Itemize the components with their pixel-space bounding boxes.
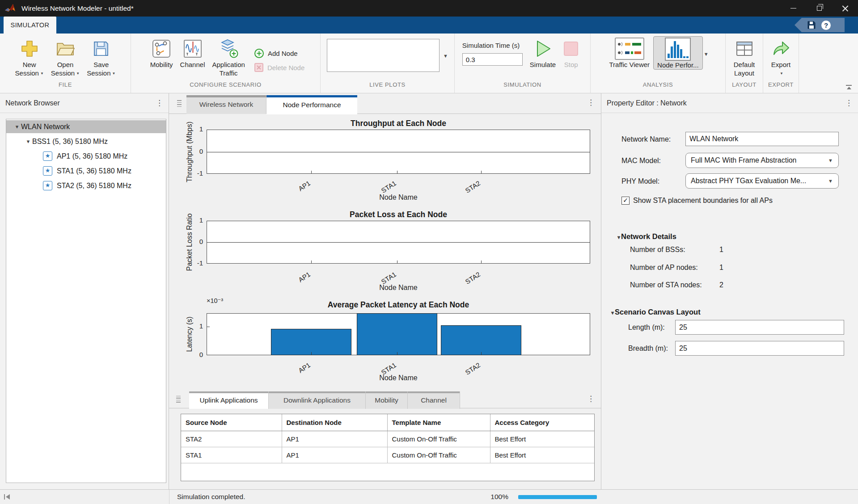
cell-access-category[interactable]: Best Effort bbox=[490, 431, 594, 447]
kebab-menu-icon[interactable]: ⋮ bbox=[587, 99, 595, 106]
application-traffic-button[interactable]: Application Traffic bbox=[208, 36, 248, 77]
kebab-menu-icon[interactable]: ⋮ bbox=[845, 99, 853, 107]
tree-item-sta2[interactable]: ★ STA2 (5, 36) 5180 MHz bbox=[6, 179, 166, 192]
tree-expanded-icon[interactable]: ▾ bbox=[24, 138, 32, 145]
tab-downlink-applications[interactable]: Downlink Applications bbox=[269, 391, 366, 409]
drag-grip-icon[interactable] bbox=[177, 100, 182, 108]
cell-destination-node[interactable]: AP1 bbox=[282, 447, 387, 463]
chart-x-tick bbox=[397, 352, 397, 355]
caret-down-icon[interactable]: ▼ bbox=[704, 51, 709, 57]
live-plots-listbox[interactable] bbox=[327, 39, 440, 72]
table-row[interactable]: STA2 AP1 Custom On-Off Traffic Best Effo… bbox=[181, 431, 594, 447]
tree-item-sta1[interactable]: ★ STA1 (5, 36) 5180 MHz bbox=[6, 164, 166, 177]
cell-source-node[interactable]: STA2 bbox=[181, 431, 282, 447]
close-button[interactable] bbox=[832, 0, 858, 17]
tree-item-wlan-network[interactable]: ▾ WLAN Network bbox=[6, 120, 166, 133]
export-icon bbox=[771, 37, 791, 60]
quick-save-icon[interactable] bbox=[807, 21, 816, 29]
cell-access-category[interactable]: Best Effort bbox=[490, 447, 594, 463]
tab-wireless-network[interactable]: Wireless Network bbox=[186, 95, 266, 114]
tab-node-performance[interactable]: Node Performance bbox=[266, 95, 357, 114]
new-session-button[interactable]: New Session▼ bbox=[12, 36, 47, 78]
node-performance-button[interactable]: Node Perfor... bbox=[653, 36, 703, 70]
kebab-menu-icon[interactable]: ⋮ bbox=[587, 395, 595, 403]
breadth-input[interactable] bbox=[675, 341, 844, 356]
minimize-button[interactable] bbox=[780, 0, 806, 17]
mobility-button[interactable]: Mobility bbox=[147, 36, 177, 69]
scenario-canvas-layout-header[interactable]: ▾Scenario Canvas Layout bbox=[611, 308, 701, 316]
section-collapse-icon[interactable]: ▾ bbox=[617, 234, 620, 240]
phy-model-label: PHY Model: bbox=[621, 177, 659, 185]
column-header-destination-node[interactable]: Destination Node bbox=[282, 414, 387, 431]
tree-expanded-icon[interactable]: ▾ bbox=[13, 123, 21, 130]
delete-node-button[interactable]: Delete Node bbox=[254, 60, 304, 75]
save-session-button[interactable]: Save Session▼ bbox=[83, 36, 119, 78]
num-ap-label: Number of AP nodes: bbox=[630, 264, 698, 272]
column-header-template-name[interactable]: Template Name bbox=[387, 414, 490, 431]
cell-destination-node[interactable]: AP1 bbox=[282, 431, 387, 447]
delete-node-icon bbox=[254, 63, 264, 72]
collapse-ribbon-icon[interactable] bbox=[845, 85, 853, 90]
channel-button[interactable]: Channel bbox=[177, 36, 209, 69]
add-node-icon bbox=[254, 48, 264, 59]
node-star-icon: ★ bbox=[43, 151, 52, 161]
chart-y-tick bbox=[207, 355, 210, 355]
section-collapse-icon[interactable]: ▾ bbox=[611, 310, 614, 316]
column-header-source-node[interactable]: Source Node bbox=[181, 414, 282, 431]
status-message: Simulation completed. bbox=[177, 493, 245, 501]
chart-x-axis-label: Node Name bbox=[207, 374, 590, 382]
tree-item-bss1[interactable]: ▾ BSS1 (5, 36) 5180 MHz bbox=[6, 135, 166, 148]
chart-y-tick bbox=[207, 173, 210, 174]
restore-button[interactable] bbox=[806, 0, 832, 17]
cell-template-name[interactable]: Custom On-Off Traffic bbox=[387, 431, 490, 447]
network-browser-title: Network Browser bbox=[5, 99, 60, 107]
simulation-time-input[interactable] bbox=[462, 53, 523, 66]
kebab-menu-icon[interactable]: ⋮ bbox=[156, 99, 163, 107]
drag-grip-icon[interactable] bbox=[176, 396, 181, 404]
restore-panel-icon[interactable] bbox=[4, 494, 11, 500]
sta-boundaries-checkbox[interactable]: ✓ bbox=[621, 197, 630, 205]
matlab-logo-icon bbox=[4, 4, 16, 13]
close-icon bbox=[842, 5, 849, 12]
tab-uplink-applications[interactable]: Uplink Applications bbox=[189, 391, 269, 409]
help-icon[interactable]: ? bbox=[821, 21, 831, 30]
chart-y-tick-label: 0 bbox=[183, 147, 203, 155]
simulate-button[interactable]: Simulate bbox=[526, 36, 559, 69]
simulate-label: Simulate bbox=[530, 61, 556, 68]
chart-y-tick bbox=[207, 327, 210, 327]
stop-button[interactable]: Stop bbox=[559, 36, 583, 69]
length-input[interactable] bbox=[675, 320, 844, 335]
simulate-icon bbox=[533, 37, 553, 60]
save-session-icon bbox=[93, 37, 110, 60]
chart-bar bbox=[441, 325, 521, 355]
mac-model-dropdown[interactable]: Full MAC With Frame Abstraction ▼ bbox=[685, 153, 839, 168]
open-session-button[interactable]: Open Session▼ bbox=[47, 36, 83, 78]
column-header-access-category[interactable]: Access Category bbox=[490, 414, 594, 431]
add-node-button[interactable]: Add Node bbox=[254, 46, 304, 60]
chart-x-tick-label: STA2 bbox=[448, 270, 482, 296]
default-layout-button[interactable]: Default Layout bbox=[730, 36, 759, 77]
cell-template-name[interactable]: Custom On-Off Traffic bbox=[387, 447, 490, 463]
cell-source-node[interactable]: STA1 bbox=[181, 447, 282, 463]
caret-down-icon[interactable]: ▼ bbox=[443, 53, 448, 59]
network-details-header[interactable]: ▾Network Details bbox=[617, 232, 676, 241]
mac-model-label: MAC Model: bbox=[621, 157, 661, 165]
traffic-viewer-button[interactable]: Traffic Viewer bbox=[605, 36, 653, 69]
phy-model-dropdown[interactable]: Abstract PHY TGax Evaluation Me... ▼ bbox=[685, 173, 839, 189]
tree-item-ap1[interactable]: ★ AP1 (5, 36) 5180 MHz bbox=[6, 150, 166, 163]
tab-simulator[interactable]: SIMULATOR bbox=[4, 17, 56, 34]
tab-mobility[interactable]: Mobility bbox=[366, 391, 408, 409]
network-name-label: Network Name: bbox=[621, 135, 671, 143]
mobility-label: Mobility bbox=[150, 61, 173, 68]
channel-icon bbox=[183, 37, 202, 60]
section-label-simulation: SIMULATION bbox=[455, 81, 590, 93]
network-name-input[interactable] bbox=[685, 132, 839, 146]
chart-y-tick-label: -1 bbox=[183, 169, 203, 177]
status-bar: Simulation completed. 100% bbox=[0, 489, 858, 504]
quick-access-toolbar: ? bbox=[795, 18, 845, 32]
ribbon-section-configure: Mobility Channel bbox=[131, 34, 320, 93]
tab-channel[interactable]: Channel bbox=[408, 391, 460, 409]
export-button[interactable]: Export ▼ bbox=[768, 36, 795, 78]
breadth-label: Breadth (m): bbox=[628, 344, 668, 353]
table-row[interactable]: STA1 AP1 Custom On-Off Traffic Best Effo… bbox=[181, 447, 594, 463]
